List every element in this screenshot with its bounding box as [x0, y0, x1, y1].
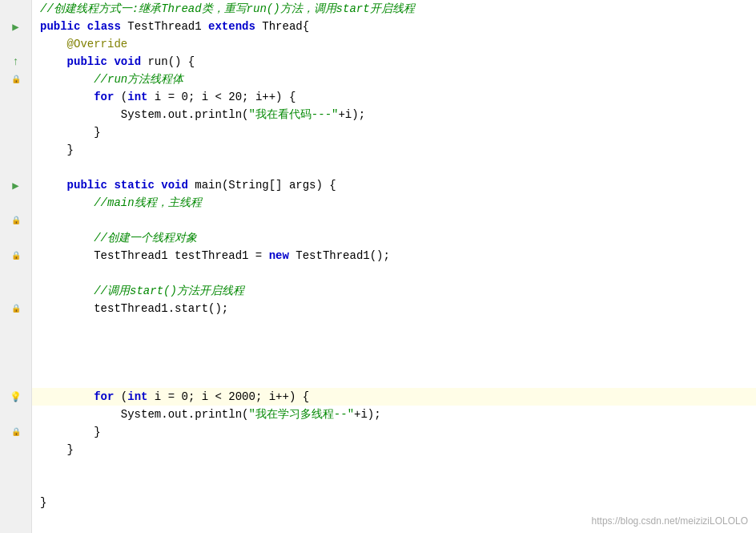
gutter-icon-row-22: [0, 370, 32, 388]
code-line-20: [32, 335, 756, 353]
token-plain: TestThread1 testThread1 =: [40, 247, 269, 264]
token-annotation: @Override: [67, 35, 128, 53]
gutter-icon-row-10: [0, 159, 32, 176]
token-plain: [40, 176, 67, 194]
token-plain: +i);: [354, 406, 381, 423]
code-line-10: [32, 159, 756, 176]
code-line-8: }: [32, 123, 756, 141]
code-line-27: [32, 458, 756, 476]
gutter-icon-row-26: [0, 441, 32, 458]
code-line-24: System.out.println("我在学习多线程--"+i);: [32, 406, 756, 423]
token-plain: (: [114, 388, 127, 406]
gutter-icon-row-23: 💡: [0, 388, 32, 406]
code-line-12: //main线程，主线程: [32, 194, 756, 212]
token-plain: [80, 18, 86, 35]
token-kw: class: [87, 18, 121, 35]
gutter-icon-row-27: [0, 458, 32, 476]
token-kw: public: [67, 176, 107, 194]
gutter-icon-row-6: [0, 88, 32, 106]
token-plain: }: [40, 423, 101, 441]
gutter-icon-row-11: ▶: [0, 176, 32, 194]
token-plain: [40, 194, 94, 212]
gutter-icon-row-7: [0, 106, 32, 123]
code-line-21: [32, 353, 756, 370]
code-line-2: public class TestThread1 extends Thread{: [32, 18, 756, 35]
token-kw: static: [114, 176, 154, 194]
code-line-3: @Override: [32, 35, 756, 53]
token-plain: Thread{: [255, 18, 309, 35]
token-comment: //run方法线程体: [94, 71, 183, 88]
code-line-19: [32, 317, 756, 335]
gutter-icon-row-30: [0, 511, 32, 529]
code-line-14: //创建一个线程对象: [32, 229, 756, 247]
gutter-icon-row-14: [0, 229, 32, 247]
token-plain: }: [40, 494, 46, 511]
code-line-28: [32, 476, 756, 494]
gutter-icon-row-3: [0, 35, 32, 53]
token-plain: System.out.println(: [40, 106, 248, 123]
token-plain: i = 0; i < 2000; i++) {: [147, 388, 309, 406]
token-kw: public: [40, 18, 80, 35]
code-line-25: }: [32, 423, 756, 441]
gutter-icon-row-13: 🔒: [0, 212, 32, 229]
gutter-icon-row-24: [0, 406, 32, 423]
gutter-icon-row-8: [0, 123, 32, 141]
token-plain: [40, 71, 94, 88]
token-plain: [40, 53, 67, 71]
code-line-23: for (int i = 0; i < 2000; i++) {: [32, 388, 756, 406]
code-line-15: TestThread1 testThread1 = new TestThread…: [32, 247, 756, 264]
token-plain: [40, 229, 94, 247]
token-plain: [155, 176, 161, 194]
token-kw: new: [269, 247, 289, 264]
token-comment: //创建线程方式一:继承Thread类，重写run()方法，调用start开启线…: [40, 0, 415, 18]
token-string: "我在看代码---": [248, 106, 338, 123]
token-plain: testThread1.start();: [40, 300, 228, 317]
code-line-7: System.out.println("我在看代码---"+i);: [32, 106, 756, 123]
gutter-icon-row-17: [0, 282, 32, 300]
editor-gutter: ▶↑🔒▶🔒🔒🔒💡🔒: [0, 0, 32, 533]
gutter-icon-row-21: [0, 353, 32, 370]
gutter-icon-row-5: 🔒: [0, 71, 32, 88]
code-line-5: //run方法线程体: [32, 71, 756, 88]
token-plain: System.out.println(: [40, 406, 248, 423]
token-plain: [40, 282, 94, 300]
code-line-9: }: [32, 141, 756, 159]
token-plain: }: [40, 123, 101, 141]
gutter-icon-row-19: [0, 317, 32, 335]
token-kw: for: [94, 388, 114, 406]
token-plain: TestThread1();: [289, 247, 390, 264]
editor-container: ▶↑🔒▶🔒🔒🔒💡🔒 //创建线程方式一:继承Thread类，重写run()方法，…: [0, 0, 756, 533]
code-area[interactable]: //创建线程方式一:继承Thread类，重写run()方法，调用start开启线…: [32, 0, 756, 533]
token-string: "我在学习多线程--": [248, 406, 354, 423]
gutter-icon-row-25: 🔒: [0, 423, 32, 441]
code-line-4: public void run() {: [32, 53, 756, 71]
token-comment: //main线程，主线程: [94, 194, 201, 212]
code-line-16: [32, 264, 756, 282]
token-comment: //创建一个线程对象: [94, 229, 197, 247]
code-line-6: for (int i = 0; i < 20; i++) {: [32, 88, 756, 106]
token-kw: public: [67, 53, 107, 71]
token-kw: extends: [208, 18, 255, 35]
token-kw: void: [161, 176, 188, 194]
token-plain: [40, 388, 94, 406]
token-plain: i = 0; i < 20; i++) {: [147, 88, 296, 106]
gutter-icon-row-2: ▶: [0, 18, 32, 35]
code-line-13: [32, 212, 756, 229]
token-plain: main(String[] args) {: [188, 176, 336, 194]
watermark: https://blog.csdn.net/meiziziLOLOLO: [592, 515, 748, 527]
gutter-icon-row-16: [0, 264, 32, 282]
code-line-29: }: [32, 494, 756, 511]
gutter-icon-row-4: ↑: [0, 53, 32, 71]
gutter-icon-row-1: [0, 0, 32, 18]
code-line-17: //调用start()方法开启线程: [32, 282, 756, 300]
token-kw: int: [127, 388, 147, 406]
token-plain: +i);: [338, 106, 365, 123]
code-line-22: [32, 370, 756, 388]
token-comment: //调用start()方法开启线程: [94, 282, 244, 300]
token-plain: }: [40, 141, 74, 159]
token-plain: [40, 88, 94, 106]
gutter-icon-row-28: [0, 476, 32, 494]
gutter-icon-row-20: [0, 335, 32, 353]
code-line-11: public static void main(String[] args) {: [32, 176, 756, 194]
code-line-26: }: [32, 441, 756, 458]
